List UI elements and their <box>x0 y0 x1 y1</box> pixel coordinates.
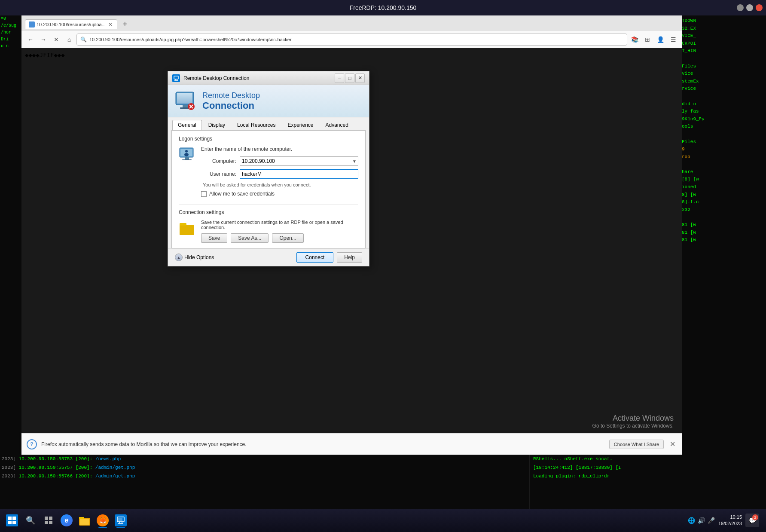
notification-text: Firefox automatically sends some data to… <box>41 441 605 447</box>
rt-line-23: ioned <box>682 183 764 191</box>
folder-icon <box>79 514 91 526</box>
logon-form-fields: Enter the name of the remote computer. C… <box>201 146 358 199</box>
hide-options-btn[interactable]: ▲ Hide Options <box>175 254 214 261</box>
term-path-1: /news.php <box>95 456 121 462</box>
back-btn[interactable]: ← <box>25 34 36 45</box>
freerdp-close-btn[interactable] <box>756 4 763 11</box>
taskbar-firefox-icon[interactable]: 🦊 <box>95 512 111 529</box>
tray-clock[interactable]: 10:15 19/02/2023 <box>718 514 742 527</box>
tab-title: 10.200.90.100/resources/uploa... <box>37 22 106 27</box>
save-btn[interactable]: Save <box>201 233 227 243</box>
rt-line-22: [8] [w <box>682 176 764 183</box>
bt-right-text-1: RShells... nShett.exe socat- <box>533 456 613 462</box>
new-tab-btn[interactable]: + <box>119 18 131 30</box>
activate-subtitle: Go to Settings to activate Windows. <box>592 423 674 429</box>
tab-local-resources[interactable]: Local Resources <box>232 120 281 130</box>
rt-line-25: 8].f.c <box>682 199 764 206</box>
help-btn[interactable]: Help <box>337 252 362 263</box>
username-row: User name: <box>201 169 358 179</box>
logon-section-title: Logon settings <box>179 136 358 142</box>
tab-advanced[interactable]: Advanced <box>320 120 354 130</box>
rt-line-4: CKPOI <box>682 40 764 48</box>
firefox-notification: ? Firefox automatically sends some data … <box>21 433 682 455</box>
notification-close-btn[interactable]: ✕ <box>668 440 677 448</box>
tab-experience[interactable]: Experience <box>282 120 319 130</box>
svg-rect-24 <box>12 521 16 524</box>
username-input[interactable] <box>240 169 358 179</box>
rt-line-17: Files <box>682 138 764 146</box>
connect-btn[interactable]: Connect <box>296 252 334 263</box>
taskbar-tray: 🌐 🔊 🎤 10:15 19/02/2023 💬 2 <box>688 514 763 527</box>
term-status-1: [200]: <box>76 456 95 462</box>
tray-chat-btn[interactable]: 💬 2 <box>745 514 759 527</box>
tab-general[interactable]: General <box>172 120 202 130</box>
rt-line-12: did n <box>682 101 764 108</box>
rt-line-13: ly fas <box>682 108 764 116</box>
freerdp-maximize-btn[interactable] <box>746 4 753 11</box>
term-line-2: 2023] 10.200.90.150:55757 [200]: /admin/… <box>0 463 529 472</box>
task-view-btn[interactable] <box>40 512 57 529</box>
tab-display[interactable]: Display <box>203 120 231 130</box>
rdp-minimize-btn[interactable]: – <box>335 73 344 83</box>
rdp-dialog[interactable]: Remote Desktop Connection – □ ✕ <box>168 71 369 266</box>
tab-close-btn[interactable]: ✕ <box>107 21 113 28</box>
bottom-terminal-right: RShells... nShett.exe socat- [18:14:24:4… <box>530 455 766 509</box>
right-terminal-content: TDOWN 32_EX VICE_ CKPOI T_HIN Files vice… <box>682 17 764 244</box>
rt-line-15: ools <box>682 123 764 131</box>
rt-line-10: rvice <box>682 85 764 93</box>
svg-rect-25 <box>45 517 48 520</box>
tab-favicon <box>29 21 35 28</box>
rt-line-29: 81 [w <box>682 229 764 237</box>
open-btn[interactable]: Open... <box>272 233 303 243</box>
computer-select-wrapper: 10.200.90.100 ▼ <box>240 156 358 166</box>
taskbar-search-btn[interactable]: 🔍 <box>22 512 39 529</box>
save-credentials-checkbox[interactable] <box>201 191 207 197</box>
rdp-close-btn[interactable]: ✕ <box>355 73 365 83</box>
freerdp-minimize-btn[interactable] <box>737 4 744 11</box>
rt-line-5: T_HIN <box>682 47 764 55</box>
profile-btn[interactable]: 👤 <box>655 34 666 45</box>
computer-select[interactable]: 10.200.90.100 <box>240 156 358 166</box>
menu-btn[interactable]: ☰ <box>668 34 679 45</box>
choose-share-btn[interactable]: Choose What I Share <box>609 440 664 449</box>
activate-windows-watermark: Activate Windows Go to Settings to activ… <box>592 414 674 429</box>
bookmarks-btn[interactable]: 📚 <box>629 34 640 45</box>
browser-toolbar-right: 📚 ⊞ 👤 ☰ <box>629 34 679 45</box>
rt-line-3: VICE_ <box>682 32 764 40</box>
sidebar-btn[interactable]: ⊞ <box>642 34 653 45</box>
volume-tray-icon[interactable]: 🔊 <box>698 517 705 524</box>
taskbar-explorer-icon[interactable] <box>76 512 93 529</box>
rdp-header-title: Remote Desktop Connection <box>202 91 260 111</box>
svg-rect-28 <box>49 521 52 524</box>
jfif-text: ◆◆◆◆JFIF◆◆◆ <box>25 52 65 58</box>
rdp-dialog-footer: ▲ Hide Options Connect Help <box>168 248 369 266</box>
reload-btn[interactable]: ✕ <box>51 34 62 45</box>
taskbar-rdp-icon[interactable] <box>113 512 129 529</box>
rdp-title-text: Remote Desktop Connection <box>183 75 331 81</box>
browser-tab-active[interactable]: 10.200.90.100/resources/uploa... ✕ <box>25 19 117 29</box>
freerdp-title: FreeRDP: 10.200.90.150 <box>350 4 417 11</box>
term-path-2: /admin/get.php <box>95 465 135 470</box>
microphone-muted-icon[interactable]: 🎤 <box>708 517 715 524</box>
start-button[interactable] <box>3 512 21 529</box>
rt-line-27 <box>682 214 764 221</box>
footer-right-buttons: Connect Help <box>296 252 362 263</box>
connection-desc-text: Save the current connection settings to … <box>201 220 358 230</box>
hide-options-label: Hide Options <box>184 254 214 260</box>
bt-right-2: [18:14:24:412] [18817:18830] [I <box>531 463 764 472</box>
logon-computer-icon <box>179 146 196 163</box>
network-tray-icon[interactable]: 🌐 <box>688 517 695 524</box>
url-bar[interactable]: 🔍 10.200.90.100/resources/uploads/op.jpg… <box>76 34 627 46</box>
rt-line-8: vice <box>682 70 764 78</box>
home-btn[interactable]: ⌂ <box>64 34 75 45</box>
browser-nav-bar: ← → ✕ ⌂ 🔍 10.200.90.100/resources/upload… <box>21 31 682 48</box>
term-status-2: [200]: <box>76 465 95 470</box>
hide-arrow-icon: ▲ <box>175 254 183 261</box>
section-divider <box>179 205 358 205</box>
rdp-restore-btn[interactable]: □ <box>345 73 354 83</box>
forward-btn[interactable]: → <box>38 34 49 45</box>
ie-logo: e <box>61 514 73 526</box>
save-as-btn[interactable]: Save As... <box>231 233 269 243</box>
taskbar-ie-icon[interactable]: e <box>58 512 75 529</box>
rt-line-1: TDOWN <box>682 17 764 25</box>
